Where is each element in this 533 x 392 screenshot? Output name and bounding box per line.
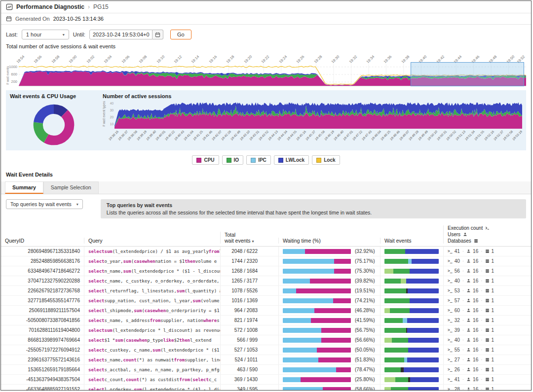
table-row[interactable]: 2506911889211157504select l_shipmode, su… (1, 306, 531, 316)
sessions-area-chart[interactable] (114, 100, 522, 129)
waiting-time-cell: (58.66%) (278, 385, 380, 391)
queryid-cell: -4513637949438357504 (1, 375, 84, 384)
table-row[interactable]: -5050080733870841856select s_name, s_add… (1, 316, 531, 325)
query-cell[interactable]: select c_name, c_custkey, o_orderkey, o_… (84, 276, 220, 285)
x-tick-label: 19:34 (366, 54, 376, 64)
query-cell[interactable]: select s_acctbal, s_name, n_name, p_part… (84, 365, 220, 374)
col-query[interactable]: Query (84, 238, 220, 244)
queryid-cell: 3704712327590220288 (1, 276, 84, 285)
waiting-time-pct: (25.80%) (355, 377, 375, 382)
legend-item-io[interactable]: IO (222, 155, 244, 165)
x-tick-label: 19:42:07 (211, 130, 222, 141)
table-row[interactable]: -6633648885927191552select l_orderkey, s… (1, 385, 531, 391)
table-row[interactable]: 2396163775572143616select s_name, count(… (1, 355, 531, 365)
x-tick-label: 19:08 (138, 54, 148, 64)
table-row[interactable]: 3277185455355147776select supp_nation, c… (1, 296, 531, 306)
terminal-icon: >_ (448, 318, 453, 322)
col-wait-events[interactable]: Wait events (380, 238, 443, 244)
y-tick-label: 600 (11, 72, 17, 76)
queryid-cell: 285248859856638176 (1, 256, 84, 266)
legend-item-lwlock[interactable]: LWLock (274, 155, 309, 165)
info-text: Lists the queries across all the session… (107, 210, 520, 215)
x-tick-label: 19:28 (313, 54, 323, 64)
x-tick-label: 19:02 (85, 54, 95, 64)
table-row[interactable]: 285248859856638176select o_year, sum(cas… (1, 256, 531, 266)
waiting-time-bar (283, 308, 351, 313)
query-cell[interactable]: select n_name, sum(l_extendedprice * ($1… (84, 266, 220, 276)
waiting-time-cell: (78.47%) (278, 365, 380, 374)
query-cell[interactable]: select $1 * sum(case when p_type like $2… (84, 335, 220, 345)
table-row[interactable]: -2550571972276094912select c_custkey, c_… (1, 345, 531, 355)
until-input[interactable]: 2023-10-24 19:53:04+0 (89, 30, 152, 39)
query-cell[interactable]: select o_year, sum(case when nation = $1… (84, 256, 220, 266)
query-cell[interactable]: select l_orderkey, sum(l_extendedprice *… (84, 385, 220, 391)
query-cell[interactable]: select s_name, count(*) as numwait from … (84, 355, 220, 364)
database-icon (485, 318, 490, 322)
breadcrumb-server[interactable]: PG15 (93, 3, 109, 10)
last-select[interactable]: 1 hour ▾ (22, 30, 69, 39)
x-tick-label: 18:58 (51, 54, 61, 64)
generated-on-label: Generated On (15, 16, 50, 22)
col-total-wait-events[interactable]: Total wait events▾ (220, 232, 278, 244)
waiting-time-bar (283, 279, 351, 284)
legend-color-swatch (227, 158, 231, 163)
donut-chart[interactable] (28, 100, 79, 149)
query-cell[interactable]: select c_count, count(*) as custdist fro… (84, 375, 220, 384)
terminal-icon: >_ (448, 357, 453, 362)
query-cell[interactable]: select supp_nation, cust_nation, l_year,… (84, 296, 220, 305)
legend-item-ipc[interactable]: IPC (246, 155, 271, 165)
table-row[interactable]: -4513637949438357504select c_count, coun… (1, 375, 531, 385)
time-range-brush[interactable] (411, 62, 524, 86)
wait-events-cell (380, 375, 443, 384)
user-icon (466, 387, 471, 391)
page-title[interactable]: Performance Diagnostic (16, 3, 84, 10)
total-wait-events-cell: 1265 / 3177 (220, 276, 278, 285)
sessions-x-labels: 19:38:1619:38:3719:38:5819:39:1919:39:40… (114, 129, 522, 146)
user-icon (463, 232, 467, 237)
user-icon (466, 308, 471, 313)
query-cell[interactable]: select l_shipmode, sum(case when o_order… (84, 306, 220, 315)
tab-summary[interactable]: Summary (5, 181, 43, 194)
database-icon (485, 288, 490, 293)
query-filter-select[interactable]: Top queries by wait events ▾ (6, 199, 83, 209)
go-button[interactable]: Go (170, 30, 191, 39)
col-waiting-time[interactable]: Waiting time (%) (278, 238, 380, 244)
legend-item-cpu[interactable]: CPU (192, 155, 219, 165)
x-tick-label: 19:40:43 (173, 130, 185, 141)
terminal-icon (485, 226, 490, 230)
sort-desc-icon[interactable]: ▾ (252, 239, 254, 244)
terminal-icon: >_ (448, 387, 453, 391)
queryid-cell: 2506911889211157504 (1, 306, 84, 315)
query-cell[interactable]: select l_returnflag, l_linestatus, sum(l… (84, 286, 220, 295)
tab-sample-selection[interactable]: Sample Selection (43, 181, 99, 194)
query-cell[interactable]: select c_custkey, c_name, sum(l_extended… (84, 345, 220, 355)
waiting-time-cell: (56.66%) (278, 335, 380, 345)
waiting-time-bar (283, 377, 351, 382)
database-icon (485, 348, 490, 352)
table-row[interactable]: 2806948967135331840select sum(l_extended… (1, 247, 531, 256)
until-calendar-button[interactable] (152, 30, 163, 39)
col-execution[interactable]: Execution count Users Databases (443, 225, 531, 244)
table-body: 2806948967135331840select sum(l_extended… (1, 247, 531, 391)
wait-event-legend: CPUIOIPCLWLockLock (1, 155, 531, 165)
table-row[interactable]: 2266267921872736768select l_returnflag, … (1, 286, 531, 296)
col-queryid[interactable]: QueryID (1, 238, 84, 244)
user-icon (466, 328, 471, 332)
chart-icon (6, 3, 13, 10)
waiting-time-cell: (32.92%) (278, 247, 380, 256)
query-cell[interactable]: select sum(l_extendedprice * l_discount)… (84, 325, 220, 335)
x-tick-label: 18:54 (16, 54, 26, 64)
query-cell[interactable]: select sum(l_extendedprice) / $1 as avg_… (84, 247, 220, 256)
table-row[interactable]: 6334849674718646272select n_name, sum(l_… (1, 266, 531, 276)
legend-item-lock[interactable]: Lock (312, 155, 340, 165)
user-icon (466, 259, 471, 263)
wait-events-bar (384, 387, 439, 391)
table-row[interactable]: 8668133989974769664select $1 * sum(case … (1, 335, 531, 345)
table-row[interactable]: 7016288111619404800select sum(l_extended… (1, 325, 531, 335)
queryid-cell: 6334849674718646272 (1, 266, 84, 276)
terminal-icon: >_ (448, 269, 453, 273)
query-cell[interactable]: select s_name, s_address from supplier, … (84, 316, 220, 325)
table-row[interactable]: 3704712327590220288select c_name, c_cust… (1, 276, 531, 286)
table-row[interactable]: 1536512659179185664select s_acctbal, s_n… (1, 365, 531, 375)
total-wait-events-cell: 349 / 595 (220, 385, 278, 391)
